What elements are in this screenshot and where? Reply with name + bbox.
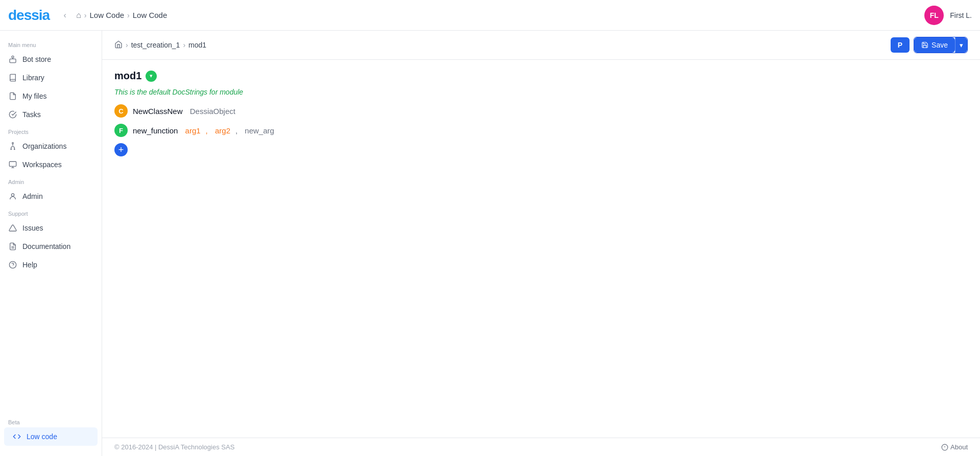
check-circle-icon — [8, 110, 17, 119]
sidebar-label-help: Help — [22, 261, 37, 269]
sidebar-item-low-code[interactable]: Low code — [4, 427, 98, 446]
content-sep-2: › — [183, 41, 185, 49]
nav-toggle-button[interactable]: ‹ — [58, 8, 72, 22]
sidebar-label-issues: Issues — [22, 224, 43, 232]
func-arg-3[interactable]: new_arg — [245, 126, 274, 135]
sidebar-label-bot-store: Bot store — [22, 55, 51, 63]
func-arg-2[interactable]: arg2 — [215, 126, 230, 135]
support-label: Support — [0, 206, 102, 219]
header-right: FL First L. — [924, 6, 972, 25]
sidebar-label-library: Library — [22, 74, 44, 82]
robot-icon — [8, 55, 17, 64]
docstring: This is the default DocStrings for modul… — [114, 88, 968, 96]
sidebar-item-help[interactable]: Help — [0, 256, 102, 274]
breadcrumb-item-1[interactable]: Low Code — [90, 11, 125, 19]
svg-point-7 — [12, 143, 14, 144]
footer: © 2016-2024 | DessiA Technologies SAS Ab… — [102, 438, 980, 456]
main-menu-label: Main menu — [0, 37, 102, 50]
sidebar-item-organizations[interactable]: Organizations — [0, 137, 102, 155]
func-arg-sep: , — [206, 126, 210, 135]
user-name: First L. — [950, 11, 972, 19]
sidebar-label-admin: Admin — [22, 192, 43, 200]
func-name[interactable]: new_function — [133, 126, 180, 135]
sidebar-item-admin[interactable]: Admin — [0, 187, 102, 206]
content-breadcrumb-2[interactable]: mod1 — [188, 41, 206, 49]
main-layout: Main menu Bot store Library My files — [0, 31, 980, 456]
home-icon[interactable]: ⌂ — [76, 11, 81, 20]
function-row: F new_function arg1 , arg2 , new_arg — [114, 124, 968, 137]
sidebar-item-library[interactable]: Library — [0, 69, 102, 87]
content-breadcrumb-1[interactable]: test_creation_1 — [131, 41, 180, 49]
content-main: mod1 ▾ This is the default DocStrings fo… — [102, 60, 980, 438]
func-arg-1[interactable]: arg1 — [185, 126, 201, 135]
help-icon — [8, 260, 17, 269]
svg-rect-8 — [9, 162, 16, 166]
top-header: dessia ‹ ⌂ › Low Code › Low Code FL Firs… — [0, 0, 980, 31]
save-label: Save — [931, 41, 948, 49]
svg-rect-0 — [10, 59, 16, 62]
add-button[interactable]: + — [114, 143, 128, 156]
doc-icon — [8, 242, 17, 251]
breadcrumb: ⌂ › Low Code › Low Code — [76, 11, 167, 20]
book-icon — [8, 73, 17, 82]
content-sep-1: › — [126, 41, 128, 49]
sidebar-label-organizations: Organizations — [22, 142, 66, 150]
avatar: FL — [924, 6, 944, 25]
save-button-group: Save ▾ — [914, 37, 968, 53]
sidebar-bottom: Beta Low code — [0, 414, 102, 450]
breadcrumb-sep-2: › — [127, 11, 130, 19]
sidebar-item-my-files[interactable]: My files — [0, 87, 102, 105]
sidebar: Main menu Bot store Library My files — [0, 31, 102, 456]
sidebar-item-bot-store[interactable]: Bot store — [0, 50, 102, 69]
module-title-row: mod1 ▾ — [114, 70, 968, 82]
file-icon — [8, 92, 17, 101]
sidebar-label-my-files: My files — [22, 92, 46, 100]
p-button[interactable]: P — [891, 37, 910, 53]
save-button[interactable]: Save — [914, 37, 955, 53]
save-dropdown-button[interactable]: ▾ — [955, 37, 967, 53]
class-badge: C — [114, 104, 128, 118]
copyright: © 2016-2024 | DessiA Technologies SAS — [114, 443, 234, 451]
org-icon — [8, 142, 17, 151]
content-header: › test_creation_1 › mod1 P Save ▾ — [102, 31, 980, 60]
content-home-icon[interactable] — [114, 40, 123, 50]
admin-icon — [8, 192, 17, 201]
code-icon — [12, 432, 21, 441]
header-left: dessia ‹ ⌂ › Low Code › Low Code — [8, 7, 167, 24]
sidebar-top: Main menu Bot store Library My files — [0, 37, 102, 274]
breadcrumb-sep-1: › — [84, 11, 87, 19]
class-row: C NewClassNew DessiaObject — [114, 104, 968, 118]
admin-label: Admin — [0, 174, 102, 187]
about-link[interactable]: About — [941, 443, 968, 451]
about-label: About — [950, 443, 968, 451]
sidebar-label-tasks: Tasks — [22, 110, 41, 119]
logo: dessia — [8, 7, 50, 24]
sidebar-label-documentation: Documentation — [22, 242, 70, 250]
sidebar-label-workspaces: Workspaces — [22, 161, 62, 169]
sidebar-item-issues[interactable]: Issues — [0, 219, 102, 237]
triangle-icon — [8, 223, 17, 233]
class-parent: DessiaObject — [190, 107, 235, 116]
sidebar-item-workspaces[interactable]: Workspaces — [0, 155, 102, 174]
svg-point-1 — [12, 56, 14, 58]
beta-label: Beta — [0, 414, 102, 427]
projects-label: Projects — [0, 124, 102, 137]
sidebar-item-tasks[interactable]: Tasks — [0, 105, 102, 124]
func-arg-sep2: , — [235, 126, 240, 135]
svg-point-11 — [11, 194, 14, 196]
sidebar-item-documentation[interactable]: Documentation — [0, 237, 102, 256]
module-title: mod1 — [114, 70, 141, 82]
content-breadcrumb: › test_creation_1 › mod1 — [114, 40, 206, 50]
toolbar-right: P Save ▾ — [891, 37, 968, 53]
sidebar-label-low-code: Low code — [27, 432, 57, 441]
workspace-icon — [8, 160, 17, 169]
module-status-badge: ▾ — [146, 71, 157, 82]
content-area: › test_creation_1 › mod1 P Save ▾ mod1 — [102, 31, 980, 456]
func-badge: F — [114, 124, 128, 137]
class-name[interactable]: NewClassNew — [133, 107, 185, 116]
breadcrumb-item-2[interactable]: Low Code — [133, 11, 168, 19]
